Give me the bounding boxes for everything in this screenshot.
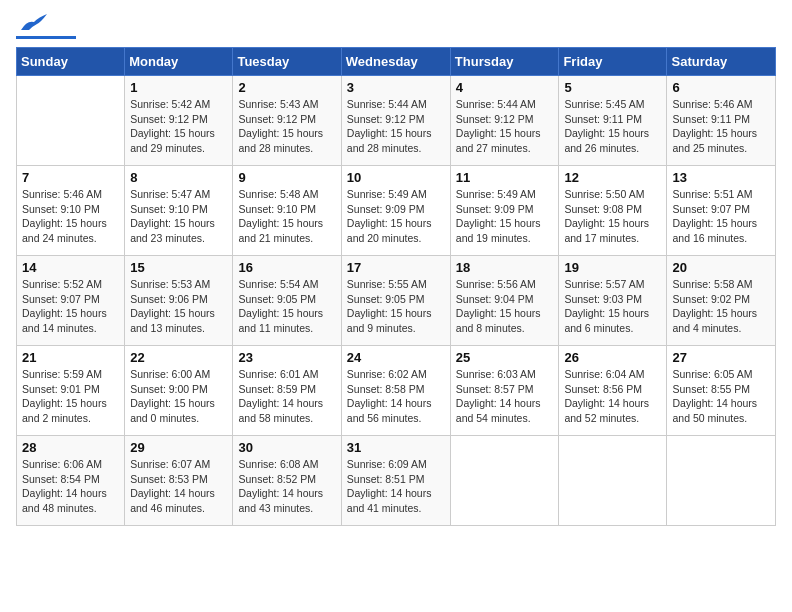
day-info: Sunrise: 5:53 AM Sunset: 9:06 PM Dayligh… xyxy=(130,277,227,336)
calendar-cell: 1Sunrise: 5:42 AM Sunset: 9:12 PM Daylig… xyxy=(125,76,233,166)
day-info: Sunrise: 5:56 AM Sunset: 9:04 PM Dayligh… xyxy=(456,277,554,336)
calendar-cell: 17Sunrise: 5:55 AM Sunset: 9:05 PM Dayli… xyxy=(341,256,450,346)
calendar-cell: 11Sunrise: 5:49 AM Sunset: 9:09 PM Dayli… xyxy=(450,166,559,256)
day-number: 2 xyxy=(238,80,335,95)
page-header xyxy=(16,16,776,39)
header-day-friday: Friday xyxy=(559,48,667,76)
calendar-cell: 14Sunrise: 5:52 AM Sunset: 9:07 PM Dayli… xyxy=(17,256,125,346)
day-info: Sunrise: 5:54 AM Sunset: 9:05 PM Dayligh… xyxy=(238,277,335,336)
day-info: Sunrise: 5:51 AM Sunset: 9:07 PM Dayligh… xyxy=(672,187,770,246)
day-number: 11 xyxy=(456,170,554,185)
calendar-cell: 29Sunrise: 6:07 AM Sunset: 8:53 PM Dayli… xyxy=(125,436,233,526)
day-number: 4 xyxy=(456,80,554,95)
day-info: Sunrise: 5:57 AM Sunset: 9:03 PM Dayligh… xyxy=(564,277,661,336)
calendar-cell: 10Sunrise: 5:49 AM Sunset: 9:09 PM Dayli… xyxy=(341,166,450,256)
day-number: 14 xyxy=(22,260,119,275)
day-number: 20 xyxy=(672,260,770,275)
week-row-2: 14Sunrise: 5:52 AM Sunset: 9:07 PM Dayli… xyxy=(17,256,776,346)
calendar-cell: 31Sunrise: 6:09 AM Sunset: 8:51 PM Dayli… xyxy=(341,436,450,526)
calendar-cell: 27Sunrise: 6:05 AM Sunset: 8:55 PM Dayli… xyxy=(667,346,776,436)
day-info: Sunrise: 5:50 AM Sunset: 9:08 PM Dayligh… xyxy=(564,187,661,246)
day-info: Sunrise: 5:45 AM Sunset: 9:11 PM Dayligh… xyxy=(564,97,661,156)
day-number: 1 xyxy=(130,80,227,95)
week-row-1: 7Sunrise: 5:46 AM Sunset: 9:10 PM Daylig… xyxy=(17,166,776,256)
calendar-header: SundayMondayTuesdayWednesdayThursdayFrid… xyxy=(17,48,776,76)
calendar-cell: 30Sunrise: 6:08 AM Sunset: 8:52 PM Dayli… xyxy=(233,436,341,526)
day-number: 12 xyxy=(564,170,661,185)
calendar-cell: 15Sunrise: 5:53 AM Sunset: 9:06 PM Dayli… xyxy=(125,256,233,346)
logo-divider xyxy=(16,36,76,39)
day-info: Sunrise: 6:08 AM Sunset: 8:52 PM Dayligh… xyxy=(238,457,335,516)
calendar-cell: 9Sunrise: 5:48 AM Sunset: 9:10 PM Daylig… xyxy=(233,166,341,256)
header-row: SundayMondayTuesdayWednesdayThursdayFrid… xyxy=(17,48,776,76)
calendar-cell: 4Sunrise: 5:44 AM Sunset: 9:12 PM Daylig… xyxy=(450,76,559,166)
day-number: 5 xyxy=(564,80,661,95)
day-info: Sunrise: 6:06 AM Sunset: 8:54 PM Dayligh… xyxy=(22,457,119,516)
calendar-cell: 19Sunrise: 5:57 AM Sunset: 9:03 PM Dayli… xyxy=(559,256,667,346)
day-number: 30 xyxy=(238,440,335,455)
calendar-cell: 6Sunrise: 5:46 AM Sunset: 9:11 PM Daylig… xyxy=(667,76,776,166)
day-info: Sunrise: 6:01 AM Sunset: 8:59 PM Dayligh… xyxy=(238,367,335,426)
day-number: 10 xyxy=(347,170,445,185)
header-day-saturday: Saturday xyxy=(667,48,776,76)
day-number: 18 xyxy=(456,260,554,275)
day-info: Sunrise: 6:02 AM Sunset: 8:58 PM Dayligh… xyxy=(347,367,445,426)
day-number: 13 xyxy=(672,170,770,185)
calendar-cell: 22Sunrise: 6:00 AM Sunset: 9:00 PM Dayli… xyxy=(125,346,233,436)
week-row-4: 28Sunrise: 6:06 AM Sunset: 8:54 PM Dayli… xyxy=(17,436,776,526)
logo xyxy=(16,16,76,39)
calendar-cell: 23Sunrise: 6:01 AM Sunset: 8:59 PM Dayli… xyxy=(233,346,341,436)
calendar-cell: 24Sunrise: 6:02 AM Sunset: 8:58 PM Dayli… xyxy=(341,346,450,436)
day-info: Sunrise: 5:44 AM Sunset: 9:12 PM Dayligh… xyxy=(347,97,445,156)
day-number: 7 xyxy=(22,170,119,185)
logo-bird-icon xyxy=(19,12,49,34)
calendar-cell: 28Sunrise: 6:06 AM Sunset: 8:54 PM Dayli… xyxy=(17,436,125,526)
header-day-wednesday: Wednesday xyxy=(341,48,450,76)
calendar-cell xyxy=(450,436,559,526)
day-info: Sunrise: 5:48 AM Sunset: 9:10 PM Dayligh… xyxy=(238,187,335,246)
day-info: Sunrise: 6:07 AM Sunset: 8:53 PM Dayligh… xyxy=(130,457,227,516)
calendar-cell: 5Sunrise: 5:45 AM Sunset: 9:11 PM Daylig… xyxy=(559,76,667,166)
day-info: Sunrise: 5:49 AM Sunset: 9:09 PM Dayligh… xyxy=(456,187,554,246)
day-number: 8 xyxy=(130,170,227,185)
day-info: Sunrise: 5:46 AM Sunset: 9:11 PM Dayligh… xyxy=(672,97,770,156)
day-number: 27 xyxy=(672,350,770,365)
day-info: Sunrise: 5:43 AM Sunset: 9:12 PM Dayligh… xyxy=(238,97,335,156)
day-number: 29 xyxy=(130,440,227,455)
calendar-cell: 20Sunrise: 5:58 AM Sunset: 9:02 PM Dayli… xyxy=(667,256,776,346)
day-info: Sunrise: 6:04 AM Sunset: 8:56 PM Dayligh… xyxy=(564,367,661,426)
calendar-body: 1Sunrise: 5:42 AM Sunset: 9:12 PM Daylig… xyxy=(17,76,776,526)
day-number: 6 xyxy=(672,80,770,95)
day-info: Sunrise: 6:09 AM Sunset: 8:51 PM Dayligh… xyxy=(347,457,445,516)
day-info: Sunrise: 5:58 AM Sunset: 9:02 PM Dayligh… xyxy=(672,277,770,336)
calendar-cell: 8Sunrise: 5:47 AM Sunset: 9:10 PM Daylig… xyxy=(125,166,233,256)
day-number: 19 xyxy=(564,260,661,275)
header-day-sunday: Sunday xyxy=(17,48,125,76)
calendar-cell: 13Sunrise: 5:51 AM Sunset: 9:07 PM Dayli… xyxy=(667,166,776,256)
calendar-cell: 21Sunrise: 5:59 AM Sunset: 9:01 PM Dayli… xyxy=(17,346,125,436)
calendar-cell: 26Sunrise: 6:04 AM Sunset: 8:56 PM Dayli… xyxy=(559,346,667,436)
day-info: Sunrise: 5:49 AM Sunset: 9:09 PM Dayligh… xyxy=(347,187,445,246)
day-number: 3 xyxy=(347,80,445,95)
week-row-0: 1Sunrise: 5:42 AM Sunset: 9:12 PM Daylig… xyxy=(17,76,776,166)
calendar-cell xyxy=(559,436,667,526)
calendar-table: SundayMondayTuesdayWednesdayThursdayFrid… xyxy=(16,47,776,526)
day-info: Sunrise: 6:03 AM Sunset: 8:57 PM Dayligh… xyxy=(456,367,554,426)
calendar-cell: 18Sunrise: 5:56 AM Sunset: 9:04 PM Dayli… xyxy=(450,256,559,346)
day-number: 21 xyxy=(22,350,119,365)
day-info: Sunrise: 5:52 AM Sunset: 9:07 PM Dayligh… xyxy=(22,277,119,336)
day-number: 16 xyxy=(238,260,335,275)
header-day-tuesday: Tuesday xyxy=(233,48,341,76)
calendar-cell: 2Sunrise: 5:43 AM Sunset: 9:12 PM Daylig… xyxy=(233,76,341,166)
header-day-monday: Monday xyxy=(125,48,233,76)
calendar-cell: 12Sunrise: 5:50 AM Sunset: 9:08 PM Dayli… xyxy=(559,166,667,256)
calendar-cell: 3Sunrise: 5:44 AM Sunset: 9:12 PM Daylig… xyxy=(341,76,450,166)
day-number: 28 xyxy=(22,440,119,455)
calendar-cell xyxy=(17,76,125,166)
day-number: 17 xyxy=(347,260,445,275)
day-number: 23 xyxy=(238,350,335,365)
day-info: Sunrise: 5:47 AM Sunset: 9:10 PM Dayligh… xyxy=(130,187,227,246)
day-number: 31 xyxy=(347,440,445,455)
day-info: Sunrise: 5:55 AM Sunset: 9:05 PM Dayligh… xyxy=(347,277,445,336)
day-number: 24 xyxy=(347,350,445,365)
